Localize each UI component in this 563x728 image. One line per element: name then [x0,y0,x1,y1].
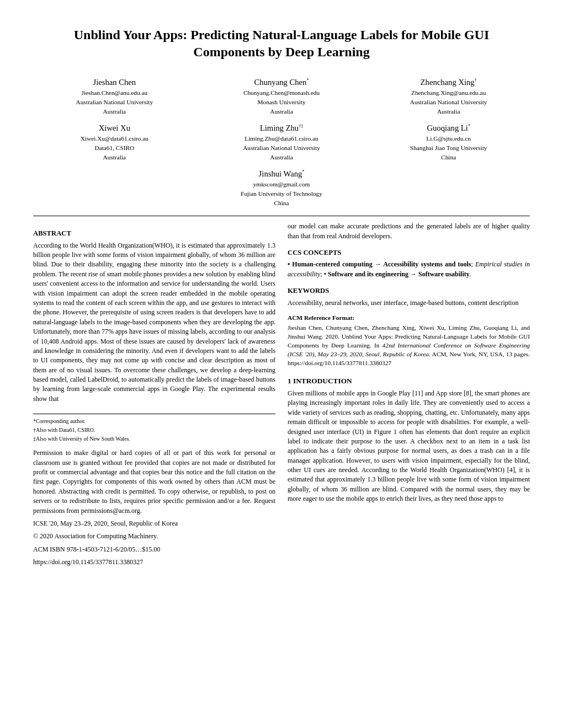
acm-license: Permission to make digital or hard copie… [33,448,275,567]
acm-ref-heading: ACM Reference Format: [288,313,530,322]
author-guoqiang-li: Guoqiang Li* Li.G@sjtu.edu.cn Shanghai J… [367,122,530,162]
intro-text: Given millions of mobile apps in Google … [288,389,530,504]
author-email-6: Li.G@sjtu.edu.cn [426,134,471,143]
author-country-center: China [274,199,289,208]
author-name-center: Jinshui Wang* [259,168,305,180]
author-chunyang-chen: Chunyang Chen* Chunyang.Chen@monash.edu … [200,76,363,116]
ccs-heading: CCS CONCEPTS [288,248,530,258]
authors-grid-row1: Jieshan Chen Jieshan.Chen@anu.edu.au Aus… [33,76,530,116]
author-affil-2: Monash University [257,98,305,107]
author-jinshui-wang: Jinshui Wang* ymkscom@gmail.com Fujian U… [241,168,322,208]
isbn-line: ACM ISBN 978-1-4503-7121-6/20/05…$15.00 [33,545,275,554]
author-xiwei-xu: Xiwei Xu Xiwei.Xu@data61.csiro.au Data61… [33,122,196,162]
author-email-5: Liming.Zhu@data61.csiro.au [245,134,318,143]
acm-ref-text: Jieshan Chen, Chunyang Chen, Zhenchang X… [288,324,530,367]
author-country-2: Australia [270,107,293,116]
author-name-4: Xiwei Xu [99,122,130,134]
author-email-3: Zhenchang.Xing@anu.edu.au [411,88,486,98]
author-jieshan-chen: Jieshan Chen Jieshan.Chen@anu.edu.au Aus… [33,76,196,116]
left-column: ABSTRACT According to the World Health O… [33,222,275,570]
author-name-5: Liming Zhu†‡ [260,122,303,134]
footnote-2: †Also with Data61, CSIRO. [33,426,275,434]
author-email-1: Jieshan.Chen@anu.edu.au [82,88,148,98]
author-affil-4: Data61, CSIRO [94,143,134,153]
author-center-row: Jinshui Wang* ymkscom@gmail.com Fujian U… [33,168,530,208]
author-country-5: Australia [270,153,293,162]
author-email-center: ymkscom@gmail.com [253,180,310,189]
author-zhenchang-xing: Zhenchang Xing† Zhenchang.Xing@anu.edu.a… [367,76,530,116]
author-name-3: Zhenchang Xing† [421,76,477,88]
abstract-right-text: our model can make accurate predictions … [288,222,530,241]
keywords-text: Accessibility, neural networks, user int… [288,298,530,308]
main-content: ABSTRACT According to the World Health O… [33,222,530,570]
footnotes-section: *Corresponding author. †Also with Data61… [33,414,275,443]
author-name-2: Chunyang Chen* [254,76,309,88]
author-email-4: Xiwei.Xu@data61.csiro.au [81,134,148,143]
author-name-1: Jieshan Chen [93,76,136,88]
author-liming-zhu: Liming Zhu†‡ Liming.Zhu@data61.csiro.au … [200,122,363,162]
abstract-heading: ABSTRACT [33,228,275,238]
author-affil-1: Australian National University [76,98,153,107]
license-text: Permission to make digital or hard copie… [33,448,275,516]
intro-heading: 1 INTRODUCTION [288,376,530,386]
author-name-6: Guoqiang Li* [427,122,470,134]
author-affil-center: Fujian University of Technology [241,189,322,199]
abstract-text: According to the World Health Organizati… [33,241,275,404]
author-affil-6: Shanghai Jiao Tong University [410,143,487,153]
footnote-1: *Corresponding author. [33,417,275,425]
authors-grid-row2: Xiwei Xu Xiwei.Xu@data61.csiro.au Data61… [33,122,530,162]
author-country-4: Australia [103,153,126,162]
author-affil-3: Australian National University [410,98,487,107]
page-title: Unblind Your Apps: Predicting Natural-La… [33,26,530,61]
right-column: our model can make accurate predictions … [288,222,530,570]
keywords-heading: KEYWORDS [288,286,530,296]
copyright-line: © 2020 Association for Computing Machine… [33,532,275,541]
doi-line: https://doi.org/10.1145/3377811.3380327 [33,558,275,567]
conference-line: ICSE '20, May 23–29, 2020, Seoul, Republ… [33,519,275,528]
ccs-text: • Human-centered computing → Accessibili… [288,260,530,279]
author-email-2: Chunyang.Chen@monash.edu [243,88,320,98]
footnote-3: ‡Also with University of New South Wales… [33,435,275,443]
author-country-3: Australia [437,107,460,116]
author-affil-5: Australian National University [243,143,320,153]
author-country-6: China [441,153,456,162]
author-country-1: Australia [103,107,126,116]
section-divider [33,216,530,216]
